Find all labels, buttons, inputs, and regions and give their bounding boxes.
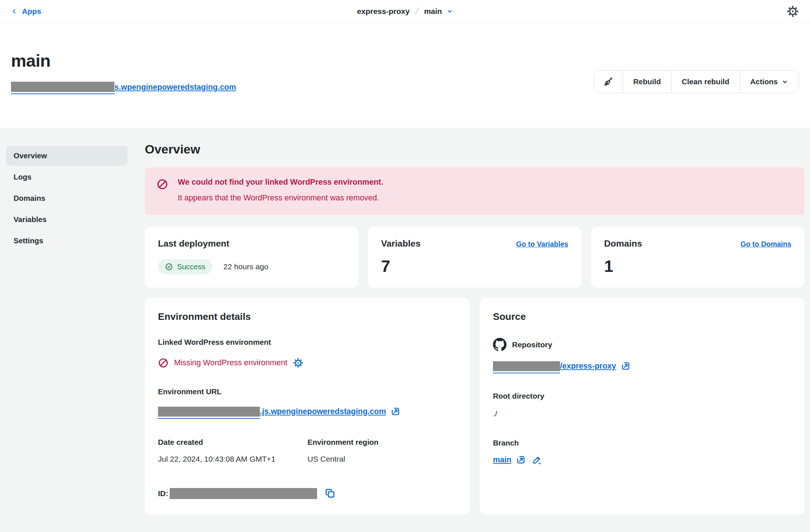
redacted-domain-prefix [11, 82, 114, 92]
detail-cards: Environment details Linked WordPress env… [145, 298, 805, 515]
open-url-button[interactable] [390, 406, 401, 417]
section-heading: Overview [145, 142, 805, 156]
linked-wp-label: Linked WordPress environment [158, 338, 456, 347]
go-to-domains-link[interactable]: Go to Domains [740, 240, 791, 248]
card-title: Source [493, 311, 791, 322]
environment-url-link[interactable]: .js.wpenginepoweredstaging.com [260, 407, 386, 416]
alert-title: We could not find your linked WordPress … [178, 178, 383, 187]
redacted-environment-id [170, 488, 317, 499]
sidebar-item-variables[interactable]: Variables [6, 210, 128, 229]
date-created-label: Date created [158, 438, 308, 447]
overview-content: Overview We could not find your linked W… [145, 142, 805, 515]
app-environment-page: Apps express-proxy / main [0, 0, 810, 532]
status-badge: Success [158, 259, 212, 274]
branch-label: Branch [493, 439, 791, 447]
chevron-down-icon [446, 8, 453, 15]
repository-row: Repository [493, 338, 791, 351]
repository-label: Repository [512, 340, 552, 349]
branch-row: main [493, 455, 791, 465]
back-to-apps-link[interactable]: Apps [11, 7, 41, 16]
breadcrumb-env-name: main [424, 7, 442, 16]
external-link-icon [516, 455, 526, 465]
page-title: main [11, 23, 799, 71]
copy-icon [324, 488, 336, 499]
env-url-label: Environment URL [158, 387, 456, 396]
page-body: Overview Logs Domains Variables Settings… [0, 128, 810, 515]
last-deployment-card: Last deployment Success 22 hours ago [145, 227, 358, 288]
breadcrumb-separator: / [414, 5, 420, 17]
gear-icon [787, 5, 799, 18]
external-link-icon [390, 406, 401, 417]
open-branch-button[interactable] [516, 455, 526, 465]
alert-text: We could not find your linked WordPress … [178, 178, 383, 203]
environment-details-card: Environment details Linked WordPress env… [145, 298, 470, 515]
go-to-variables-link[interactable]: Go to Variables [516, 240, 568, 248]
account-settings-button[interactable] [787, 5, 799, 18]
actions-label: Actions [750, 77, 778, 86]
date-created-block: Date created Jul 22, 2024, 10:43:08 AM G… [158, 438, 308, 463]
github-icon [493, 338, 507, 351]
variables-card: Variables Go to Variables 7 [368, 227, 582, 288]
chevron-down-icon [781, 78, 788, 85]
environment-domain-link[interactable]: s.wpenginepoweredstaging.com [114, 83, 236, 92]
open-repository-button[interactable] [621, 361, 631, 371]
gear-icon [293, 358, 303, 368]
breadcrumb-app-name: express-proxy [357, 7, 410, 16]
card-title: Domains [604, 239, 642, 249]
card-title: Environment details [158, 311, 456, 322]
prohibited-icon [157, 178, 168, 203]
environment-actions-toolbar: Rebuild Clean rebuild Actions [594, 70, 799, 93]
root-directory-label: Root directory [493, 392, 791, 400]
missing-wp-alert: We could not find your linked WordPress … [145, 167, 805, 215]
env-meta-row: Date created Jul 22, 2024, 10:43:08 AM G… [158, 438, 456, 463]
prohibited-icon [158, 358, 169, 368]
sidebar-item-domains[interactable]: Domains [6, 188, 128, 208]
deployment-time: 22 hours ago [223, 262, 268, 271]
source-card: Source Repository /express-proxy [480, 298, 805, 515]
card-title: Variables [381, 239, 421, 249]
sidebar-item-overview[interactable]: Overview [6, 146, 128, 166]
back-to-apps-label: Apps [22, 7, 41, 16]
date-created-value: Jul 22, 2024, 10:43:08 AM GMT+1 [158, 455, 308, 463]
repository-link[interactable]: /express-proxy [560, 362, 616, 371]
linked-wp-status-row: Missing WordPress environment [158, 358, 456, 368]
check-circle-icon [165, 263, 173, 271]
repository-link-row: /express-proxy [493, 361, 791, 371]
sidebar-item-settings[interactable]: Settings [6, 231, 128, 251]
domains-count: 1 [604, 257, 791, 276]
clear-cache-button[interactable] [594, 71, 623, 93]
summary-cards: Last deployment Success 22 hours ago [145, 227, 805, 288]
region-value: US Central [308, 455, 379, 463]
status-label: Success [177, 262, 205, 271]
environment-switcher[interactable]: main [424, 7, 453, 16]
card-title: Last deployment [158, 239, 345, 249]
root-directory-value: ./ [493, 409, 791, 418]
redacted-repo-owner [493, 361, 560, 371]
chevron-left-icon [11, 7, 18, 15]
pencil-icon [532, 455, 542, 465]
configure-link-gear-button[interactable] [293, 358, 303, 368]
environment-id-row: ID: [158, 488, 456, 499]
edit-branch-button[interactable] [532, 455, 542, 465]
region-block: Environment region US Central [308, 438, 379, 463]
env-url-row: .js.wpenginepoweredstaging.com [158, 406, 456, 417]
domains-card: Domains Go to Domains 1 [591, 227, 805, 288]
top-bar: Apps express-proxy / main [0, 0, 810, 23]
rebuild-button[interactable]: Rebuild [623, 71, 671, 93]
external-link-icon [621, 361, 631, 371]
broom-icon [603, 76, 614, 87]
breadcrumb: express-proxy / main [357, 5, 453, 17]
id-label: ID: [158, 489, 168, 498]
sidebar-item-logs[interactable]: Logs [6, 167, 128, 187]
alert-body: It appears that the WordPress environmen… [178, 193, 383, 203]
branch-link[interactable]: main [493, 455, 511, 465]
linked-wp-status: Missing WordPress environment [174, 358, 287, 367]
region-label: Environment region [308, 438, 379, 447]
variables-count: 7 [381, 257, 568, 276]
clean-rebuild-button[interactable]: Clean rebuild [671, 71, 740, 93]
copy-id-button[interactable] [324, 488, 336, 499]
deployment-status-row: Success 22 hours ago [158, 259, 345, 274]
actions-dropdown-button[interactable]: Actions [740, 71, 799, 93]
environment-header: main s.wpenginepoweredstaging.com Rebuil… [0, 23, 810, 128]
redacted-url-prefix [158, 407, 260, 417]
